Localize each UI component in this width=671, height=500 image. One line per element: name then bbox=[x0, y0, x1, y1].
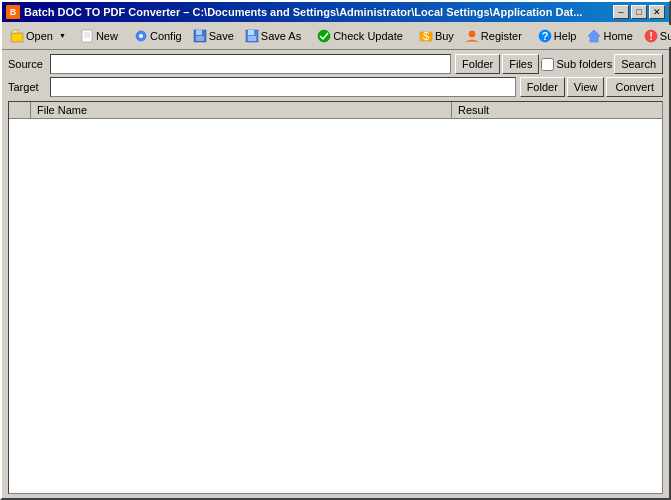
svg-marker-21 bbox=[588, 30, 600, 42]
file-table: File Name Result bbox=[8, 101, 663, 494]
svg-text:?: ? bbox=[541, 30, 548, 42]
subfolders-text: Sub folders bbox=[556, 58, 612, 70]
svg-rect-12 bbox=[248, 30, 254, 35]
target-row: Target Folder View Convert bbox=[8, 77, 663, 97]
register-icon bbox=[465, 29, 479, 43]
result-col-label: Result bbox=[458, 104, 489, 116]
subfolders-checkbox[interactable] bbox=[541, 58, 554, 71]
save-as-label: Save As bbox=[261, 30, 301, 42]
search-button[interactable]: Search bbox=[614, 54, 663, 74]
save-as-icon bbox=[245, 29, 259, 43]
toolbar: Open ▼ New bbox=[2, 22, 669, 50]
app-icon: B bbox=[6, 5, 20, 19]
save-icon bbox=[193, 29, 207, 43]
new-icon bbox=[80, 29, 94, 43]
minimize-button[interactable]: – bbox=[613, 5, 629, 19]
check-update-button[interactable]: Check Update bbox=[312, 25, 408, 47]
subfolders-label[interactable]: Sub folders bbox=[541, 54, 612, 74]
table-col-filename: File Name bbox=[31, 102, 452, 118]
svg-point-7 bbox=[139, 34, 143, 38]
title-bar: B Batch DOC TO PDF Converter – C:\Docume… bbox=[2, 2, 669, 22]
svg-marker-1 bbox=[11, 30, 18, 33]
help-icon: ? bbox=[538, 29, 552, 43]
target-label: Target bbox=[8, 81, 46, 93]
svg-rect-2 bbox=[82, 30, 92, 42]
help-label: Help bbox=[554, 30, 577, 42]
maximize-button[interactable]: □ bbox=[631, 5, 647, 19]
source-buttons: Folder Files Sub folders Search bbox=[455, 54, 663, 74]
table-body bbox=[9, 119, 662, 493]
svg-rect-13 bbox=[248, 36, 256, 41]
new-label: New bbox=[96, 30, 118, 42]
open-split-button[interactable]: Open ▼ bbox=[6, 25, 69, 47]
open-button[interactable]: Open bbox=[6, 25, 57, 47]
buy-label: Buy bbox=[435, 30, 454, 42]
source-input[interactable] bbox=[50, 54, 451, 74]
check-update-icon bbox=[317, 29, 331, 43]
register-button[interactable]: Register bbox=[460, 25, 527, 47]
svg-text:$: $ bbox=[423, 30, 429, 42]
close-button[interactable]: ✕ bbox=[649, 5, 665, 19]
support-icon: ! bbox=[644, 29, 658, 43]
svg-rect-0 bbox=[11, 33, 23, 42]
buy-icon: $ bbox=[419, 29, 433, 43]
target-buttons: Folder View Convert bbox=[520, 77, 663, 97]
config-icon bbox=[134, 29, 148, 43]
save-label: Save bbox=[209, 30, 234, 42]
source-target-area: Source Folder Files Sub folders Search T… bbox=[2, 50, 669, 101]
config-label: Config bbox=[150, 30, 182, 42]
svg-text:!: ! bbox=[649, 30, 653, 42]
table-col-result: Result bbox=[452, 102, 662, 118]
open-label: Open bbox=[26, 30, 53, 42]
help-button[interactable]: ? Help bbox=[533, 25, 582, 47]
table-header: File Name Result bbox=[9, 102, 662, 119]
main-window: B Batch DOC TO PDF Converter – C:\Docume… bbox=[0, 0, 671, 500]
svg-rect-9 bbox=[196, 30, 202, 35]
svg-point-14 bbox=[318, 30, 330, 42]
source-label: Source bbox=[8, 58, 46, 70]
source-files-button[interactable]: Files bbox=[502, 54, 539, 74]
open-dropdown-arrow[interactable]: ▼ bbox=[57, 25, 69, 47]
new-button[interactable]: New bbox=[75, 25, 123, 47]
target-view-button[interactable]: View bbox=[567, 77, 605, 97]
convert-button[interactable]: Convert bbox=[606, 77, 663, 97]
window-title: Batch DOC TO PDF Converter – C:\Document… bbox=[24, 6, 582, 18]
filename-col-label: File Name bbox=[37, 104, 87, 116]
title-controls: – □ ✕ bbox=[613, 5, 665, 19]
title-bar-left: B Batch DOC TO PDF Converter – C:\Docume… bbox=[6, 5, 613, 19]
save-as-button[interactable]: Save As bbox=[240, 25, 306, 47]
check-update-label: Check Update bbox=[333, 30, 403, 42]
support-label: Support bbox=[660, 30, 671, 42]
support-button[interactable]: ! Support bbox=[639, 25, 671, 47]
buy-button[interactable]: $ Buy bbox=[414, 25, 459, 47]
register-label: Register bbox=[481, 30, 522, 42]
open-icon bbox=[10, 29, 24, 43]
config-button[interactable]: Config bbox=[129, 25, 187, 47]
svg-point-18 bbox=[469, 31, 475, 37]
home-label: Home bbox=[603, 30, 632, 42]
source-row: Source Folder Files Sub folders Search bbox=[8, 54, 663, 74]
table-col-num bbox=[9, 102, 31, 118]
main-area: File Name Result bbox=[2, 101, 669, 498]
home-button[interactable]: Home bbox=[582, 25, 637, 47]
target-folder-button[interactable]: Folder bbox=[520, 77, 565, 97]
home-icon bbox=[587, 29, 601, 43]
svg-rect-10 bbox=[196, 36, 204, 41]
target-input[interactable] bbox=[50, 77, 516, 97]
source-folder-button[interactable]: Folder bbox=[455, 54, 500, 74]
save-button[interactable]: Save bbox=[188, 25, 239, 47]
